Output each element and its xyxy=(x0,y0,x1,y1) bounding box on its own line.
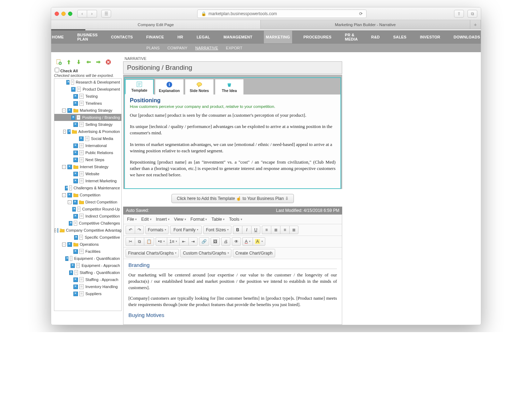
forward-button[interactable]: › xyxy=(87,10,97,18)
add-page-icon[interactable] xyxy=(55,59,62,66)
outdent-icon[interactable]: ⇤ xyxy=(179,237,188,246)
tree-item[interactable]: Challenges & Maintenance xyxy=(54,184,121,191)
check-icon[interactable] xyxy=(73,214,78,219)
mainnav-item[interactable]: HOME xyxy=(51,31,66,43)
check-icon[interactable] xyxy=(65,256,68,261)
check-icon[interactable] xyxy=(73,158,78,162)
check-icon[interactable] xyxy=(73,249,78,254)
check-icon[interactable] xyxy=(73,292,78,296)
italic-icon[interactable]: I xyxy=(242,226,251,234)
tree-item[interactable]: Internet Marketing xyxy=(54,177,121,184)
highlight-color-icon[interactable]: A xyxy=(253,237,265,246)
tree-item[interactable]: Suppliers xyxy=(54,290,121,297)
mainnav-item[interactable]: MANAGEMENT xyxy=(221,31,254,43)
check-icon[interactable] xyxy=(73,277,78,282)
print-icon[interactable]: 🖨 xyxy=(221,237,230,246)
move-left-icon[interactable] xyxy=(85,59,92,66)
move-right-icon[interactable] xyxy=(95,59,102,66)
check-icon[interactable] xyxy=(73,151,78,155)
maximize-window-icon[interactable] xyxy=(68,12,72,16)
editor-menu[interactable]: Edit xyxy=(140,216,153,222)
subnav-item[interactable]: NARRATIVE xyxy=(195,46,218,50)
check-icon[interactable] xyxy=(73,122,78,127)
sidebar-toggle-icon[interactable]: ☰ xyxy=(101,10,111,18)
tree-item[interactable]: Research & Development xyxy=(54,79,121,86)
expand-icon[interactable]: - xyxy=(62,193,66,197)
tree-item[interactable]: Product Development xyxy=(54,86,121,93)
financial-charts-dropdown[interactable]: Financial Charts/Graphs xyxy=(126,249,179,257)
check-icon[interactable] xyxy=(71,263,74,268)
mainnav-item[interactable]: R&D xyxy=(369,31,382,43)
mainnav-item[interactable]: LEGAL xyxy=(194,31,212,43)
paste-icon[interactable]: 📋 xyxy=(144,237,154,246)
tree-item[interactable]: -Competition xyxy=(54,191,121,199)
check-icon[interactable] xyxy=(73,101,78,106)
tree-item[interactable]: Testing xyxy=(54,93,121,100)
tree-item[interactable]: Indirect Competition xyxy=(54,213,121,220)
card-tab[interactable]: The Idea xyxy=(215,79,244,94)
mainnav-item[interactable]: INVESTOR xyxy=(418,31,442,43)
text-color-icon[interactable]: A xyxy=(242,237,253,246)
copy-icon[interactable]: ⧉ xyxy=(135,237,144,246)
tree-item[interactable]: International xyxy=(54,142,121,149)
redo-icon[interactable]: ↷ xyxy=(135,226,144,234)
expand-icon[interactable]: - xyxy=(62,243,66,246)
tree-item[interactable]: -Internet Strategy xyxy=(54,163,121,170)
check-icon[interactable] xyxy=(73,285,78,289)
minimize-window-icon[interactable] xyxy=(61,12,66,16)
check-icon[interactable] xyxy=(69,221,72,226)
editor-menu[interactable]: File xyxy=(126,216,138,222)
expand-icon[interactable]: - xyxy=(54,228,56,232)
check-icon[interactable] xyxy=(72,207,76,212)
subnav-item[interactable]: EXPORT xyxy=(226,46,242,50)
number-list-icon[interactable]: 1≡ xyxy=(167,237,179,246)
mainnav-item[interactable]: HR xyxy=(175,31,185,43)
share-icon[interactable]: ⇪ xyxy=(454,10,464,18)
tree-item[interactable]: -Marketing Strategy xyxy=(54,107,121,114)
mainnav-item[interactable]: SALES xyxy=(391,31,409,43)
subnav-item[interactable]: PLANS xyxy=(146,46,160,50)
tree-item[interactable]: Public Relations xyxy=(54,149,121,156)
check-icon[interactable] xyxy=(71,87,75,92)
check-icon[interactable] xyxy=(67,165,72,169)
preview-icon[interactable]: 👁 xyxy=(232,237,241,246)
tree-item[interactable]: -Direct Competition xyxy=(54,199,121,206)
tree-item[interactable]: Website xyxy=(54,170,121,177)
link-icon[interactable]: 🔗 xyxy=(199,237,209,246)
fontsize-dropdown[interactable]: Font Sizes xyxy=(203,226,231,234)
expand-icon[interactable]: - xyxy=(68,200,72,204)
mainnav-item[interactable]: BUSINESS PLAN xyxy=(75,29,100,45)
check-icon[interactable] xyxy=(73,172,78,176)
create-chart-button[interactable]: Create Chart/Graph xyxy=(233,249,275,257)
expand-icon[interactable]: - xyxy=(62,109,66,112)
card-tab[interactable]: Side Notes xyxy=(185,79,214,94)
back-button[interactable]: ‹ xyxy=(77,10,87,18)
expand-icon[interactable]: - xyxy=(62,165,66,169)
editor-menu[interactable]: Tools xyxy=(228,216,243,222)
underline-icon[interactable]: U xyxy=(251,226,260,234)
mainnav-item[interactable]: DOWNLOADS xyxy=(452,31,481,43)
mainnav-item[interactable]: PR & MEDIA xyxy=(343,29,360,45)
check-icon[interactable] xyxy=(73,144,78,148)
bold-icon[interactable]: B xyxy=(233,226,242,234)
align-center-icon[interactable]: ≣ xyxy=(271,226,280,234)
check-icon[interactable] xyxy=(69,270,73,275)
check-icon[interactable] xyxy=(65,186,68,190)
check-icon[interactable] xyxy=(67,193,72,197)
check-icon[interactable] xyxy=(58,228,58,233)
close-window-icon[interactable] xyxy=(55,12,59,16)
tree-item[interactable]: -Operations xyxy=(54,241,121,248)
tree-item[interactable]: Timelines xyxy=(54,100,121,107)
tree-item[interactable]: Competitor Round-Up xyxy=(54,206,121,213)
tree-item[interactable]: Equipment - Approach xyxy=(54,262,121,269)
check-icon[interactable] xyxy=(79,136,84,141)
tree-item[interactable]: -Company Competitive Advantages xyxy=(54,227,121,234)
indent-icon[interactable]: ⇥ xyxy=(188,237,198,246)
editor-menu[interactable]: View xyxy=(173,216,188,222)
tree-item[interactable]: Selling Strategy xyxy=(54,121,121,128)
editor-menu[interactable]: Table xyxy=(210,216,226,222)
formats-dropdown[interactable]: Formats xyxy=(145,226,169,234)
custom-charts-dropdown[interactable]: Custom Charts/Graphs xyxy=(180,249,231,257)
check-icon[interactable] xyxy=(66,80,69,85)
subnav-item[interactable]: COMPANY xyxy=(168,46,188,50)
